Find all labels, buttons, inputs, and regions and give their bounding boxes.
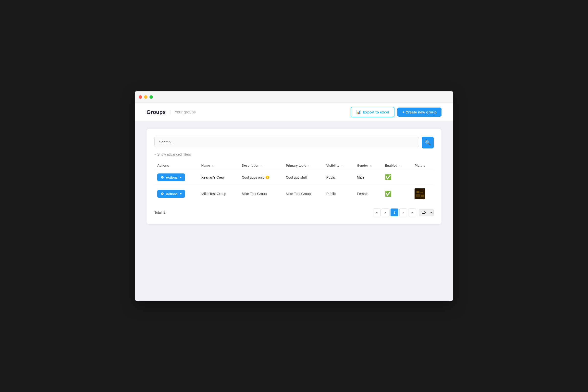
row2-description: Mike Test Group — [242, 192, 267, 196]
create-new-group-button[interactable]: + Create new group — [398, 108, 442, 116]
table-row: ⚙ Actions ▾ Mike Test Group Mike Test Gr… — [154, 185, 434, 203]
svg-rect-6 — [421, 195, 424, 197]
chevron-down-icon: ▾ — [180, 192, 182, 196]
row1-enabled-check-icon: ✅ — [385, 174, 392, 180]
row1-gender: Male — [357, 176, 364, 179]
export-excel-button[interactable]: 📊 Export to excel — [350, 107, 395, 117]
gear-icon: ⚙ — [161, 192, 164, 196]
groups-table: Actions Name ↑↓ Description ↑↓ — [154, 161, 434, 202]
row1-primary-topic-cell: Cool guy stuff — [283, 170, 324, 185]
search-icon: 🔍 — [425, 140, 431, 146]
search-input-wrap — [154, 137, 419, 148]
maximize-button[interactable] — [150, 95, 153, 99]
col-actions: Actions — [154, 161, 198, 170]
row2-name: Mike Test Group — [202, 192, 226, 196]
row2-name-cell: Mike Test Group — [198, 185, 239, 203]
description-sort-icon: ↑↓ — [261, 165, 264, 167]
svg-rect-5 — [416, 194, 420, 197]
row2-description-cell: Mike Test Group — [239, 185, 283, 203]
row2-group-image — [414, 188, 425, 199]
col-gender-label: Gender — [357, 164, 368, 167]
visibility-sort-icon: ↑↓ — [341, 165, 344, 167]
col-visibility-label: Visibility — [326, 164, 339, 167]
enabled-sort-icon: ↑↓ — [399, 165, 402, 167]
create-label: + Create new group — [402, 110, 436, 114]
row1-primary-topic: Cool guy stuff — [286, 176, 307, 179]
col-name[interactable]: Name ↑↓ — [198, 161, 239, 170]
row1-name: Keanan's Crew — [202, 176, 225, 179]
row2-primary-topic: Mike Test Group — [286, 192, 311, 196]
page-header: Groups | Your groups 📊 Export to excel +… — [135, 104, 453, 121]
chevron-down-icon: ▾ — [154, 153, 156, 156]
table-body: ⚙ Actions ▾ Keanan's Crew Cool guys only… — [154, 170, 434, 203]
pagination-controls: « ‹ 1 › » 10 25 50 100 — [373, 208, 434, 216]
gear-icon: ⚙ — [161, 176, 164, 179]
col-primary-topic[interactable]: Primary topic ↑↓ — [283, 161, 324, 170]
col-gender[interactable]: Gender ↑↓ — [354, 161, 382, 170]
gender-sort-icon: ↑↓ — [370, 165, 372, 167]
export-label: Export to excel — [363, 110, 389, 114]
search-input[interactable] — [154, 137, 419, 147]
row2-enabled-cell: ✅ — [382, 185, 412, 203]
header-left: Groups | Your groups — [146, 109, 196, 116]
row1-enabled-cell: ✅ — [382, 170, 412, 185]
header-actions: 📊 Export to excel + Create new group — [350, 107, 442, 117]
row2-visibility: Public — [326, 192, 336, 196]
row1-description-cell: Cool guys only 😊 — [239, 170, 283, 185]
page-1-button[interactable]: 1 — [390, 208, 398, 216]
row2-enabled-check-icon: ✅ — [385, 190, 392, 197]
svg-rect-4 — [420, 192, 423, 193]
row1-actions-button[interactable]: ⚙ Actions ▾ — [157, 174, 185, 181]
col-picture-label: Picture — [414, 164, 425, 167]
col-description[interactable]: Description ↑↓ — [239, 161, 283, 170]
col-description-label: Description — [242, 164, 260, 167]
col-enabled[interactable]: Enabled ↑↓ — [382, 161, 412, 170]
row1-gender-cell: Male — [354, 170, 382, 185]
col-actions-label: Actions — [157, 164, 169, 167]
pagination-row: Total: 2 « ‹ 1 › » 10 25 50 100 — [154, 208, 434, 216]
excel-icon: 📊 — [356, 110, 361, 114]
col-visibility[interactable]: Visibility ↑↓ — [324, 161, 354, 170]
col-primary-topic-label: Primary topic — [286, 164, 306, 167]
breadcrumb-separator: | — [170, 110, 171, 115]
col-picture: Picture — [412, 161, 434, 170]
table-header: Actions Name ↑↓ Description ↑↓ — [154, 161, 434, 170]
last-page-button[interactable]: » — [408, 208, 416, 216]
search-row: 🔍 — [154, 137, 434, 148]
advanced-filters-toggle[interactable]: ▾ Show advanced filters — [154, 152, 434, 156]
groups-table-wrap: Actions Name ↑↓ Description ↑↓ — [154, 161, 434, 202]
prev-page-button[interactable]: ‹ — [382, 208, 390, 216]
first-page-button[interactable]: « — [373, 208, 381, 216]
group-image-svg — [414, 188, 425, 199]
content-area: 🔍 ▾ Show advanced filters Actions — [135, 121, 453, 232]
traffic-lights — [139, 95, 153, 99]
row2-actions-button[interactable]: ⚙ Actions ▾ — [157, 190, 185, 198]
row2-gender: Female — [357, 192, 368, 196]
next-page-button[interactable]: › — [399, 208, 407, 216]
titlebar — [135, 91, 453, 104]
row1-actions-cell: ⚙ Actions ▾ — [154, 170, 198, 185]
minimize-button[interactable] — [144, 95, 148, 99]
browser-window: Groups | Your groups 📊 Export to excel +… — [135, 91, 453, 301]
col-enabled-label: Enabled — [385, 164, 398, 167]
row2-gender-cell: Female — [354, 185, 382, 203]
page-size-select[interactable]: 10 25 50 100 — [419, 209, 434, 216]
row2-visibility-cell: Public — [324, 185, 354, 203]
total-count-label: Total: 2 — [154, 210, 166, 214]
primary-topic-sort-icon: ↑↓ — [308, 165, 310, 167]
table-row: ⚙ Actions ▾ Keanan's Crew Cool guys only… — [154, 170, 434, 185]
breadcrumb-sub: Your groups — [175, 110, 196, 114]
close-button[interactable] — [139, 95, 142, 99]
svg-rect-3 — [416, 191, 420, 193]
row1-actions-label: Actions — [166, 176, 178, 179]
row1-description: Cool guys only 😊 — [242, 176, 270, 179]
row2-primary-topic-cell: Mike Test Group — [283, 185, 324, 203]
row2-actions-cell: ⚙ Actions ▾ — [154, 185, 198, 203]
search-button[interactable]: 🔍 — [422, 137, 434, 148]
page-title: Groups — [146, 109, 166, 116]
row1-name-cell: Keanan's Crew — [198, 170, 239, 185]
row2-actions-label: Actions — [166, 192, 178, 196]
chevron-down-icon: ▾ — [180, 176, 182, 179]
row1-visibility: Public — [326, 176, 336, 179]
row1-picture-cell — [412, 170, 434, 185]
